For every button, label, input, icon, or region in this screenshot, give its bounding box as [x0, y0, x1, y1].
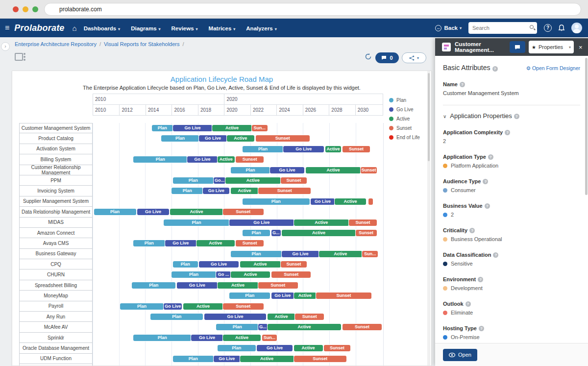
- gantt-bar-go-live[interactable]: Go Live: [137, 209, 169, 215]
- gantt-bar-sunset[interactable]: Sunset: [316, 293, 371, 299]
- gantt-bar-go-live[interactable]: Go Live: [214, 356, 240, 362]
- notifications-icon[interactable]: [558, 24, 565, 32]
- widget-layout-icon[interactable]: [15, 53, 23, 61]
- gantt-bar-sunset[interactable]: Sunset: [258, 282, 297, 289]
- search-input[interactable]: [468, 22, 537, 34]
- gantt-bar-sunset[interactable]: Sunset: [256, 135, 310, 142]
- info-icon[interactable]: ?: [505, 130, 510, 135]
- gantt-bar-go-live[interactable]: Go Live: [199, 261, 238, 268]
- gantt-bar-plan[interactable]: Plan: [216, 324, 258, 330]
- gantt-bar-sunset[interactable]: [368, 198, 372, 205]
- menu-icon[interactable]: ≡: [5, 24, 9, 32]
- gantt-bar-plan[interactable]: Plan: [161, 135, 199, 142]
- info-icon[interactable]: ?: [460, 82, 465, 87]
- info-icon[interactable]: ?: [478, 277, 483, 282]
- gantt-bar-sunset[interactable]: Sun...: [262, 335, 277, 341]
- url-bar[interactable]: prolaborate.com: [44, 3, 581, 16]
- maximize-window-dot[interactable]: [32, 6, 38, 12]
- gantt-bar-active[interactable]: Active: [240, 356, 294, 362]
- gantt-bar-go-live[interactable]: Go Live: [177, 282, 218, 289]
- home-icon[interactable]: ⌂: [73, 24, 77, 32]
- legend-item-plan[interactable]: Plan: [389, 98, 420, 103]
- refresh-icon[interactable]: [365, 53, 372, 62]
- user-avatar[interactable]: [571, 23, 582, 33]
- gantt-bar-go-live[interactable]: G...: [258, 324, 268, 330]
- gantt-bar-sunset[interactable]: Sunset: [324, 345, 350, 351]
- gantt-bar-plan[interactable]: Plan: [172, 188, 203, 194]
- gantt-bar-active[interactable]: Active: [268, 314, 295, 320]
- gantt-bar-sunset[interactable]: Sunset: [236, 156, 263, 163]
- gantt-bar-plan[interactable]: Plan: [133, 335, 191, 341]
- breadcrumb-link-reports[interactable]: Visual Reports for Stakeholders: [104, 41, 180, 47]
- gantt-bar-go-live[interactable]: Go Live: [271, 293, 294, 299]
- gantt-bar-active[interactable]: Active: [294, 293, 317, 299]
- app-logo[interactable]: Prolaborate: [14, 23, 64, 33]
- gantt-bar-plan[interactable]: Plan: [173, 356, 214, 362]
- gantt-bar-active[interactable]: Active: [218, 282, 258, 289]
- properties-dropdown[interactable]: ★ Properties ▾: [529, 41, 574, 53]
- gantt-bar-go-live[interactable]: Go Live: [203, 188, 229, 194]
- search-icon[interactable]: [530, 25, 534, 29]
- gantt-bar-plan[interactable]: Plan: [152, 125, 173, 131]
- gantt-bar-sunset[interactable]: Sunset: [258, 188, 311, 194]
- section-collapse-icon[interactable]: ∨: [443, 114, 446, 119]
- gantt-bar-active[interactable]: Active: [282, 230, 355, 236]
- gantt-bar-sunset[interactable]: Sunset: [343, 324, 382, 330]
- panel-comment-button[interactable]: [510, 41, 525, 53]
- gantt-bar-go-live[interactable]: Go Live: [311, 198, 334, 205]
- gantt-bar-sunset[interactable]: Sunset: [356, 230, 377, 236]
- gantt-bar-plan[interactable]: Plan: [164, 220, 229, 226]
- gantt-bar-plan[interactable]: Plan: [132, 282, 175, 289]
- gantt-bar-go-live[interactable]: Go Live: [283, 146, 324, 152]
- gantt-bar-sunset[interactable]: Sun...: [362, 251, 378, 257]
- gantt-bar-active[interactable]: Active: [223, 335, 261, 341]
- gantt-bar-plan[interactable]: Plan: [133, 240, 165, 246]
- close-window-dot[interactable]: [13, 6, 19, 12]
- info-icon[interactable]: ?: [479, 326, 484, 331]
- panel-scrollbar[interactable]: [585, 58, 588, 195]
- gantt-bar-sunset[interactable]: Sunset: [281, 261, 307, 268]
- info-icon[interactable]: ?: [493, 252, 498, 258]
- gantt-bar-active[interactable]: Active: [183, 303, 222, 310]
- gantt-bar-plan[interactable]: Plan: [173, 177, 214, 184]
- share-button[interactable]: ▾: [402, 52, 426, 63]
- gantt-bar-sunset[interactable]: Sunset: [223, 209, 264, 215]
- gantt-bar-plan[interactable]: Plan: [133, 156, 187, 163]
- gantt-bar-active[interactable]: Active: [268, 324, 341, 330]
- gantt-bar-active[interactable]: Active: [225, 177, 281, 184]
- info-icon[interactable]: ?: [492, 66, 498, 72]
- help-icon[interactable]: ?: [544, 24, 552, 32]
- gantt-bar-plan[interactable]: Plan: [173, 261, 198, 268]
- gantt-bar-active[interactable]: Active: [231, 271, 270, 278]
- gantt-bar-go-live[interactable]: Go Live: [173, 125, 212, 131]
- comments-button[interactable]: 0: [375, 52, 399, 63]
- gantt-bar-plan[interactable]: Plan: [243, 198, 310, 205]
- gantt-bar-plan[interactable]: Plan: [231, 167, 270, 173]
- gantt-bar-go-live[interactable]: Go Live: [164, 303, 182, 310]
- gantt-bar-sunset[interactable]: Sunset: [361, 167, 376, 173]
- gantt-bar-go-live[interactable]: Go Live: [187, 156, 218, 163]
- gantt-bar-active[interactable]: Active: [227, 135, 254, 142]
- gantt-bar-active[interactable]: Active: [218, 156, 235, 163]
- gantt-bar-go-live[interactable]: G...: [271, 230, 281, 236]
- gantt-bar-go-live[interactable]: Go Live: [282, 251, 318, 257]
- gantt-bar-sunset[interactable]: Sun...: [252, 125, 268, 131]
- gantt-bar-active[interactable]: Active: [231, 188, 258, 194]
- gantt-bar-plan[interactable]: Plan: [229, 293, 270, 299]
- gantt-bar-go-live[interactable]: Go Live: [270, 167, 304, 173]
- gantt-bar-plan[interactable]: Plan: [120, 303, 164, 310]
- gantt-bar-go-live[interactable]: Go Live: [204, 314, 266, 320]
- gantt-bar-active[interactable]: Active: [170, 209, 222, 215]
- gantt-bar-go-live[interactable]: Go Live: [191, 335, 222, 341]
- gantt-bar-sunset[interactable]: Sunset: [343, 146, 370, 152]
- nav-item-diagrams[interactable]: Diagrams▾: [131, 25, 160, 31]
- info-icon[interactable]: ?: [466, 301, 471, 307]
- legend-item-active[interactable]: Active: [389, 116, 420, 122]
- info-icon[interactable]: ?: [485, 203, 490, 209]
- gantt-bar-sunset[interactable]: Sunset: [281, 177, 307, 184]
- gantt-bar-go-live[interactable]: Go Live: [257, 345, 292, 351]
- gantt-bar-go-live[interactable]: Go Live: [199, 135, 226, 142]
- widget-scrollbar[interactable]: [427, 71, 430, 366]
- gantt-bar-active[interactable]: Active: [306, 167, 361, 173]
- gantt-bar-sunset[interactable]: Sunset: [223, 303, 264, 310]
